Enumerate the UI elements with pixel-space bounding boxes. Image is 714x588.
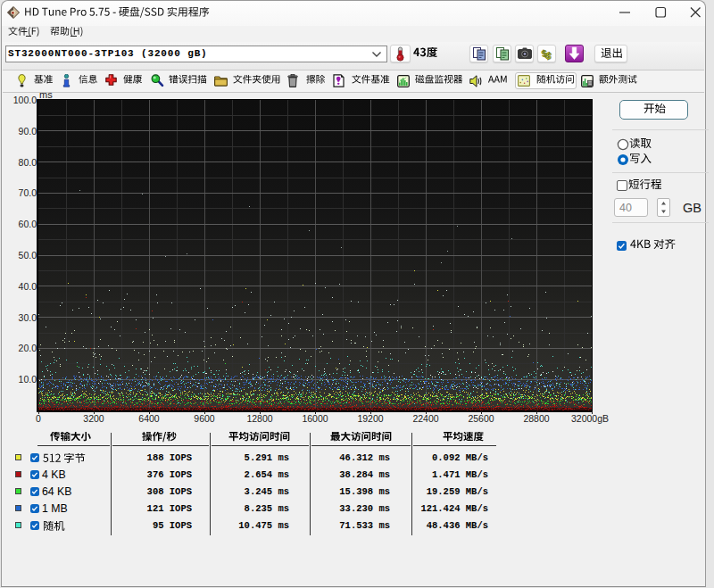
svg-text:$: $ [545, 50, 552, 62]
